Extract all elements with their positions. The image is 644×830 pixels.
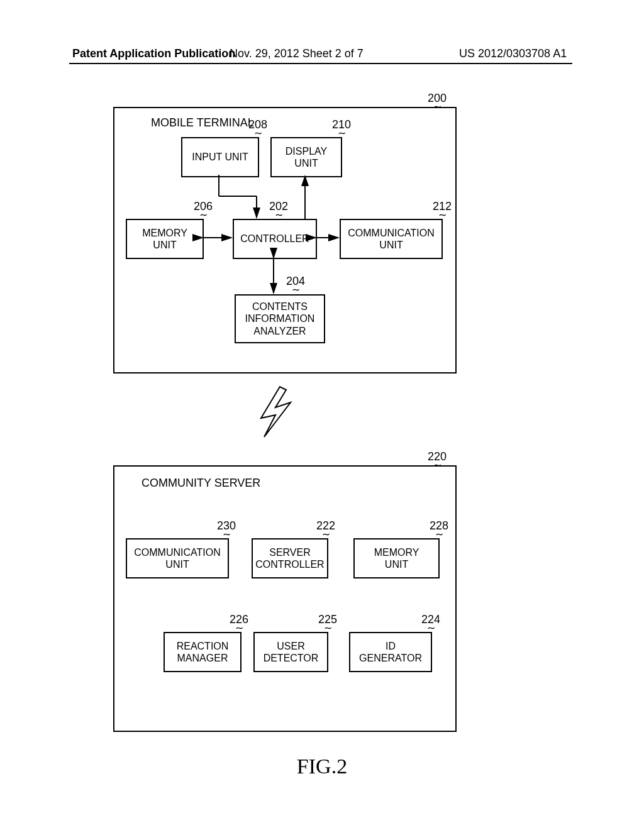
server-memory-l1: MEMORY <box>374 547 419 558</box>
ref-226: 226∼ <box>230 613 248 630</box>
server-controller-label: SERVER CONTROLLER <box>253 546 326 570</box>
analyzer-l1: CONTENTS <box>252 301 308 312</box>
ref-230: 230∼ <box>217 519 236 536</box>
id-generator-l1: ID <box>386 641 396 651</box>
comm-unit-server-l2: UNIT <box>165 559 189 570</box>
figure-caption: FIG.2 <box>0 755 644 778</box>
header-mid: Nov. 29, 2012 Sheet 2 of 7 <box>230 47 364 60</box>
user-detector-l2: DETECTOR <box>264 653 319 663</box>
analyzer-l2: INFORMATION <box>245 313 315 324</box>
header-left: Patent Application Publication <box>72 47 235 60</box>
ref-204: 204∼ <box>286 275 305 292</box>
header-divider <box>69 63 572 64</box>
ref-202: 202∼ <box>269 200 288 217</box>
display-unit-l2: UNIT <box>294 158 318 169</box>
id-generator-l2: GENERATOR <box>359 653 422 663</box>
reaction-manager-box: REACTION MANAGER <box>164 632 242 672</box>
header-right: US 2012/0303708 A1 <box>459 47 567 60</box>
ref-228: 228∼ <box>430 519 448 536</box>
analyzer-label: CONTENTS INFORMATION ANALYZER <box>243 301 318 337</box>
ref-222: 222∼ <box>316 519 335 536</box>
ref-220: 220∼ <box>428 450 447 467</box>
comm-unit-mobile-box: COMMUNICATION UNIT <box>340 219 443 259</box>
mobile-terminal-title: MOBILE TERMINAL <box>151 116 254 130</box>
server-controller-l2: CONTROLLER <box>255 559 324 570</box>
reaction-manager-l1: REACTION <box>177 641 229 651</box>
user-detector-box: USER DETECTOR <box>253 632 328 672</box>
controller-box: CONTROLLER <box>233 219 317 259</box>
ref-224: 224∼ <box>421 613 440 630</box>
user-detector-label: USER DETECTOR <box>261 640 321 664</box>
reaction-manager-l2: MANAGER <box>177 653 228 663</box>
memory-unit-label: MEMORY UNIT <box>140 227 190 251</box>
ref-206: 206∼ <box>194 200 213 217</box>
id-generator-label: ID GENERATOR <box>357 640 425 664</box>
server-memory-box: MEMORY UNIT <box>353 538 440 578</box>
input-unit-label: INPUT UNIT <box>189 151 250 163</box>
user-detector-l1: USER <box>277 641 304 651</box>
comm-unit-server-l1: COMMUNICATION <box>134 547 220 558</box>
display-unit-label: DISPLAY UNIT <box>283 145 330 169</box>
community-server-title: COMMUNITY SERVER <box>142 477 260 490</box>
comm-unit-mobile-label: COMMUNICATION UNIT <box>345 227 436 251</box>
memory-unit-l1: MEMORY <box>142 228 187 238</box>
comm-unit-mobile-l1: COMMUNICATION <box>348 228 434 238</box>
input-unit-box: INPUT UNIT <box>181 137 259 177</box>
server-controller-box: SERVER CONTROLLER <box>252 538 328 578</box>
ref-212: 212∼ <box>433 200 452 217</box>
display-unit-box: DISPLAY UNIT <box>270 137 342 177</box>
analyzer-box: CONTENTS INFORMATION ANALYZER <box>235 294 325 343</box>
comm-unit-server-label: COMMUNICATION UNIT <box>131 546 223 570</box>
community-server-container <box>113 465 457 732</box>
server-memory-label: MEMORY UNIT <box>372 546 422 570</box>
memory-unit-l2: UNIT <box>153 240 176 250</box>
server-controller-l1: SERVER <box>269 547 311 558</box>
comm-unit-server-box: COMMUNICATION UNIT <box>126 538 229 578</box>
ref-210: 210∼ <box>332 118 351 135</box>
memory-unit-box: MEMORY UNIT <box>126 219 204 259</box>
display-unit-l1: DISPLAY <box>286 146 327 157</box>
controller-label: CONTROLLER <box>238 233 311 245</box>
ref-225: 225∼ <box>318 613 337 630</box>
ref-200: 200∼ <box>428 92 447 109</box>
id-generator-box: ID GENERATOR <box>349 632 432 672</box>
reaction-manager-label: REACTION MANAGER <box>174 640 231 664</box>
comm-unit-mobile-l2: UNIT <box>379 240 402 250</box>
server-memory-l2: UNIT <box>385 559 408 570</box>
ref-208: 208∼ <box>248 118 267 135</box>
analyzer-l3: ANALYZER <box>253 326 306 336</box>
